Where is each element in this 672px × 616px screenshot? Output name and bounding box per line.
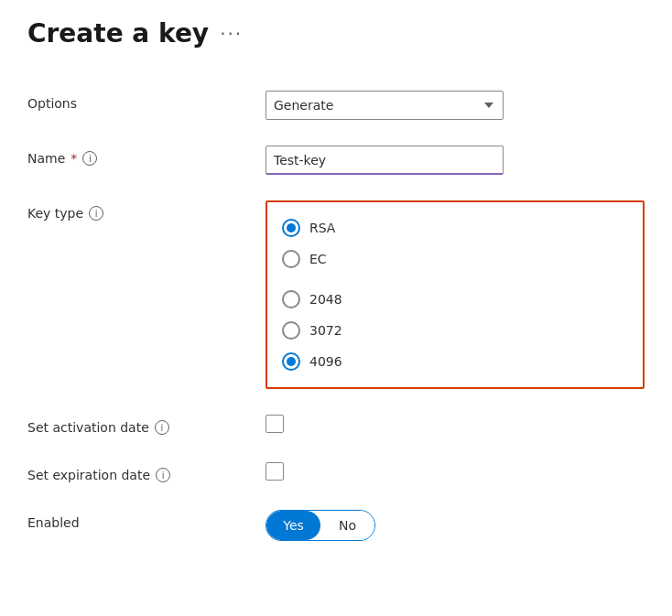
more-options-icon[interactable]: ···: [220, 23, 243, 45]
radio-option-4096[interactable]: 4096: [282, 347, 628, 376]
radio-btn-4096[interactable]: [282, 352, 300, 371]
rsa-key-size-section: 2048 3072 4096: [282, 285, 628, 376]
radio-option-rsa[interactable]: RSA: [282, 213, 628, 243]
name-row: Name * i: [27, 133, 645, 188]
options-row: Options Generate: [27, 78, 645, 133]
radio-btn-2048[interactable]: [282, 290, 300, 308]
activation-date-row: Set activation date i: [27, 402, 645, 449]
radio-btn-rsa[interactable]: [282, 219, 300, 237]
radio-group-divider: [282, 274, 628, 285]
radio-option-ec[interactable]: EC: [282, 244, 628, 274]
enabled-control: Yes No: [266, 510, 645, 541]
expiration-date-info-icon[interactable]: i: [156, 468, 170, 482]
key-type-row: Key type i RSA EC: [27, 188, 645, 402]
key-type-rsa-size-box: RSA EC 2048 3072: [266, 200, 645, 389]
key-type-label: Key type i: [27, 200, 266, 221]
create-key-form: Options Generate Name * i Key type i: [27, 78, 645, 554]
radio-label-rsa: RSA: [309, 221, 335, 235]
options-control: Generate: [266, 91, 645, 120]
radio-option-3072[interactable]: 3072: [282, 316, 628, 345]
enabled-label: Enabled: [27, 510, 266, 530]
expiration-date-checkbox[interactable]: [266, 462, 284, 481]
expiration-date-control: [266, 462, 645, 481]
enabled-no-button[interactable]: No: [320, 511, 374, 540]
options-label: Options: [27, 91, 266, 111]
name-label: Name * i: [27, 146, 266, 166]
name-input[interactable]: [266, 146, 504, 175]
options-select[interactable]: Generate: [266, 91, 504, 120]
activation-date-checkbox[interactable]: [266, 415, 284, 433]
activation-date-info-icon[interactable]: i: [155, 420, 169, 435]
radio-btn-ec[interactable]: [282, 250, 300, 268]
radio-label-ec: EC: [309, 252, 327, 266]
key-type-info-icon[interactable]: i: [89, 206, 103, 221]
name-info-icon[interactable]: i: [82, 151, 97, 166]
activation-date-label: Set activation date i: [27, 415, 266, 435]
page-title: Create a key: [27, 18, 209, 49]
radio-option-2048[interactable]: 2048: [282, 285, 628, 314]
enabled-toggle-group: Yes No: [266, 510, 375, 541]
radio-label-4096: 4096: [309, 354, 342, 369]
key-type-control: RSA EC 2048 3072: [266, 200, 645, 389]
activation-date-control: [266, 415, 645, 433]
name-control: [266, 146, 645, 175]
enabled-row: Enabled Yes No: [27, 497, 645, 554]
key-type-section: RSA EC: [282, 213, 628, 274]
radio-label-2048: 2048: [309, 292, 342, 307]
enabled-yes-button[interactable]: Yes: [266, 511, 320, 540]
required-indicator: *: [70, 151, 77, 166]
expiration-date-row: Set expiration date i: [27, 449, 645, 497]
radio-btn-3072[interactable]: [282, 321, 300, 340]
expiration-date-label: Set expiration date i: [27, 462, 266, 482]
radio-label-3072: 3072: [309, 323, 342, 338]
